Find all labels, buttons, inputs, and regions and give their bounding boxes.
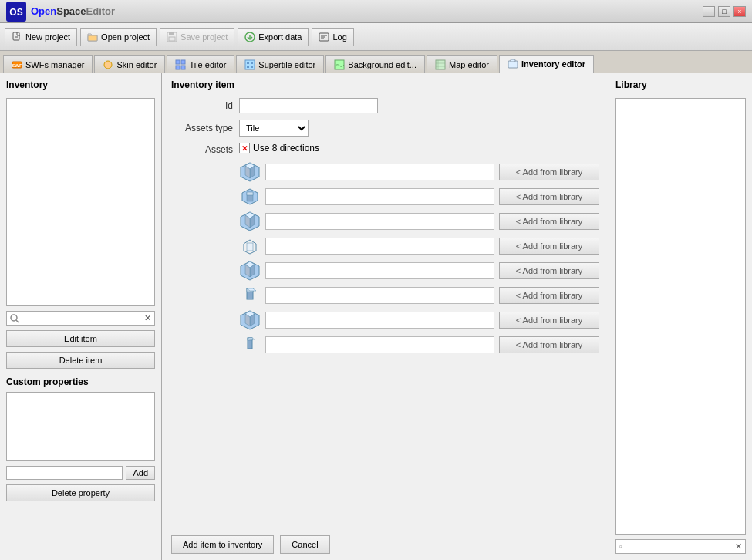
use-8-directions-row: ✕ Use 8 directions — [239, 143, 599, 153]
tab-skin[interactable]: Skin editor — [94, 55, 165, 73]
assets-list: < Add from library < Add from library — [239, 161, 599, 356]
toolbar: New project Open project Save project Ex… — [0, 23, 752, 51]
restore-button[interactable]: □ — [718, 6, 730, 17]
tab-tile[interactable]: Tile editor — [167, 55, 234, 73]
title-bar-controls: – □ × — [703, 6, 746, 17]
inventory-list[interactable] — [6, 98, 155, 306]
tab-map[interactable]: Map editor — [427, 55, 497, 73]
close-button[interactable]: × — [733, 6, 746, 17]
edit-item-button[interactable]: Edit item — [6, 330, 155, 347]
app-logo: OS — [6, 2, 26, 22]
tab-inventory[interactable]: Inventory editor — [499, 55, 594, 73]
svg-rect-44 — [247, 243, 253, 251]
assets-type-select[interactable]: Tile Sprite Item — [239, 120, 309, 137]
svg-rect-19 — [176, 66, 180, 69]
tile-icon-1 — [239, 161, 261, 183]
add-from-library-button-5[interactable]: < Add from library — [499, 262, 599, 279]
tile-icon-2 — [239, 186, 261, 207]
asset-row-2: < Add from library — [239, 186, 599, 207]
tile-icon-4 — [239, 235, 261, 257]
svg-point-59 — [619, 545, 622, 548]
minimize-button[interactable]: – — [703, 6, 715, 17]
log-button[interactable]: Log — [312, 28, 353, 46]
library-search-icon — [619, 542, 622, 552]
delete-item-button[interactable]: Delete item — [6, 352, 155, 369]
inventory-search-input[interactable] — [22, 314, 141, 323]
add-from-library-button-4[interactable]: < Add from library — [499, 238, 599, 255]
main-layout: Inventory ✕ Edit item Delete item Custom… — [0, 73, 752, 560]
asset-slot-6 — [265, 287, 494, 304]
svg-line-31 — [16, 320, 19, 322]
tab-supertile[interactable]: Supertile editor — [236, 55, 324, 73]
inventory-title: Inventory — [6, 79, 155, 90]
new-project-button[interactable]: New project — [5, 28, 77, 46]
svg-rect-25 — [251, 66, 253, 68]
asset-slot-7 — [265, 312, 494, 329]
library-search-bar: ✕ — [615, 539, 746, 554]
svg-rect-24 — [247, 66, 249, 68]
tile-icon-3 — [239, 211, 261, 232]
inventory-item-title: Inventory item — [171, 79, 599, 90]
asset-row-7: < Add from library — [239, 309, 599, 331]
inventory-search-clear[interactable]: ✕ — [144, 313, 151, 323]
open-project-button[interactable]: Open project — [80, 28, 157, 46]
tab-swfs[interactable]: SWF SWFs manager — [3, 55, 93, 73]
middle-panel: Inventory item Id Assets type Tile Sprit… — [162, 73, 609, 560]
delete-property-button[interactable]: Delete property — [6, 484, 155, 501]
use-8-directions-checkbox[interactable]: ✕ — [239, 143, 250, 153]
library-search-input[interactable] — [626, 542, 732, 552]
app-title: OpenSpaceEditor — [31, 5, 115, 17]
svg-point-30 — [11, 315, 17, 321]
cancel-button[interactable]: Cancel — [280, 535, 329, 554]
use-8-directions-label: Use 8 directions — [253, 143, 319, 153]
svg-rect-6 — [169, 32, 174, 35]
svg-rect-17 — [176, 60, 180, 64]
svg-text:SWF: SWF — [12, 63, 22, 68]
svg-rect-38 — [247, 192, 253, 195]
id-field-row: Id — [171, 98, 599, 113]
tile-icon — [175, 59, 186, 70]
tab-background[interactable]: Background edit... — [325, 55, 425, 73]
asset-row-6: < Add from library — [239, 285, 599, 306]
title-bar: OS OpenSpaceEditor – □ × — [0, 0, 752, 23]
add-from-library-button-1[interactable]: < Add from library — [499, 164, 599, 180]
asset-slot-5 — [265, 262, 494, 279]
export-data-button[interactable]: Export data — [238, 28, 309, 46]
map-icon — [435, 59, 446, 70]
library-search-clear[interactable]: ✕ — [735, 541, 742, 552]
tile-icon-7 — [239, 309, 261, 331]
svg-point-16 — [104, 61, 112, 69]
id-label: Id — [171, 100, 233, 111]
log-icon — [319, 32, 329, 42]
tile-icon-8 — [239, 334, 261, 356]
asset-row-1: < Add from library — [239, 161, 599, 183]
supertile-icon — [244, 59, 255, 70]
add-from-library-button-3[interactable]: < Add from library — [499, 213, 599, 230]
id-input[interactable] — [239, 98, 378, 113]
custom-property-input[interactable] — [6, 466, 123, 480]
asset-row-5: < Add from library — [239, 260, 599, 282]
add-from-library-button-8[interactable]: < Add from library — [499, 336, 599, 353]
inventory-icon — [508, 59, 518, 69]
add-property-button[interactable]: Add — [126, 466, 155, 480]
asset-row-4: < Add from library — [239, 235, 599, 257]
new-project-icon — [12, 32, 22, 42]
library-area[interactable] — [615, 98, 746, 535]
bottom-buttons: Add item to inventory Cancel — [171, 529, 599, 554]
custom-properties-area[interactable] — [6, 392, 155, 461]
svg-line-60 — [622, 547, 622, 548]
background-icon — [334, 59, 345, 70]
svg-rect-18 — [181, 60, 185, 64]
add-from-library-button-2[interactable]: < Add from library — [499, 188, 599, 205]
svg-text:OS: OS — [9, 7, 22, 18]
swfs-icon: SWF — [12, 59, 22, 70]
save-project-button[interactable]: Save project — [160, 28, 234, 46]
add-from-library-button-7[interactable]: < Add from library — [499, 312, 599, 329]
add-item-to-inventory-button[interactable]: Add item to inventory — [171, 535, 274, 554]
asset-slot-2 — [265, 188, 494, 205]
add-from-library-button-6[interactable]: < Add from library — [499, 287, 599, 304]
asset-slot-8 — [265, 336, 494, 353]
tile-icon-5 — [239, 260, 261, 282]
svg-rect-7 — [169, 37, 175, 41]
svg-rect-23 — [251, 62, 253, 64]
